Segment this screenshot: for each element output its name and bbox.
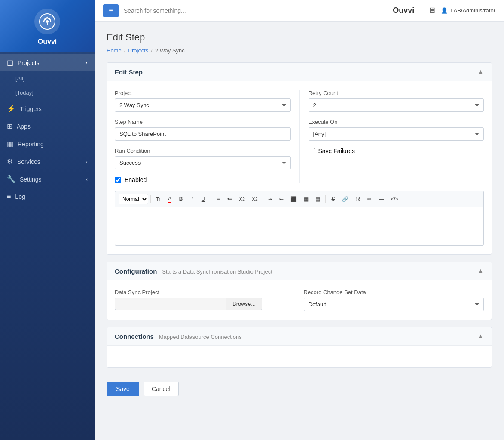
enabled-checkbox[interactable] [115,177,121,183]
menu-toggle-button[interactable]: ≡ [103,4,119,17]
execute-on-group: Execute On [Any] [309,119,484,141]
sidebar-item-label-triggers: Triggers [20,105,42,112]
sidebar-item-label-reporting: Reporting [18,141,44,148]
rte-body[interactable] [115,207,484,246]
retry-count-select[interactable]: 2 [309,98,484,112]
rte-indent-right-btn[interactable]: ⇥ [265,194,275,204]
hamburger-icon: ≡ [109,7,113,15]
sidebar-item-label-apps: Apps [17,123,31,130]
save-failures-label: Save Failures [318,148,355,154]
sidebar-item-label-projects: Projects [18,59,40,66]
rte-highlight-btn[interactable]: ✏ [364,194,375,204]
rte-indent-left-btn[interactable]: ⇤ [276,194,287,204]
project-group: Project 2 Way Sync [115,90,291,112]
project-label: Project [115,90,291,96]
rte-align-center-btn[interactable]: ▦ [301,194,312,204]
rte-strikethrough-btn[interactable]: S [328,194,338,204]
sidebar-item-reporting[interactable]: ▦ Reporting [0,135,95,153]
run-condition-group: Run Condition Success [115,148,291,169]
execute-on-label: Execute On [309,119,484,125]
step-name-input[interactable] [115,127,291,141]
rte-font-color-btn[interactable]: A [165,194,175,204]
connections-card-body [107,346,492,367]
rte-source-btn[interactable]: </> [388,194,401,204]
breadcrumb: Home / Projects / 2 Way Sync [107,47,492,54]
user-icon: 👤 [441,7,448,14]
configuration-grid: Data Sync Project Browse... Record Chang… [115,289,484,311]
rte-subscript-btn[interactable]: X2 [236,194,248,204]
sidebar-item-settings[interactable]: 🔧 Settings ‹ [0,170,95,188]
rte-unordered-list-btn[interactable]: •≡ [224,194,235,204]
rte-sep-1 [150,195,151,203]
rte-underline-btn[interactable]: U [198,194,208,204]
monitor-icon: 🖥 [428,6,436,15]
sidebar-nav: ◫ Projects ▾ [All] [Today] ⚡ Triggers ⊞ … [0,52,95,207]
breadcrumb-sep-2: / [151,47,153,54]
sidebar-item-services[interactable]: ⚙ Services ‹ [0,153,95,170]
triggers-icon: ⚡ [7,105,15,113]
retry-count-label: Retry Count [309,90,484,96]
user-name: LAB\Administrator [450,7,495,14]
breadcrumb-sep-1: / [124,47,126,54]
browse-button[interactable]: Browse... [226,298,262,310]
data-sync-project-input[interactable] [115,298,226,310]
svg-point-1 [46,20,49,23]
cancel-button[interactable]: Cancel [144,382,179,396]
breadcrumb-projects[interactable]: Projects [128,47,148,54]
record-change-label: Record Change Set Data [304,289,484,295]
services-icon: ⚙ [7,157,13,166]
edit-step-collapse-button[interactable]: ▲ [477,68,484,76]
project-select[interactable]: 2 Way Sync [115,98,291,112]
execute-on-select[interactable]: [Any] [309,127,484,141]
configuration-card: Configuration Starts a Data Synchronisat… [107,262,492,320]
edit-step-title: Edit Step [115,68,143,76]
action-bar: Save Cancel [107,375,492,398]
configuration-subtitle: Starts a Data Synchronisation Studio Pro… [162,268,272,275]
configuration-card-header: Configuration Starts a Data Synchronisat… [107,262,492,280]
sidebar-item-label-log: Log [15,193,25,200]
rte-sep-2 [211,195,211,203]
rte-align-right-btn[interactable]: ▤ [312,194,323,204]
sidebar-item-label-settings: Settings [20,176,42,183]
rte-hr-btn[interactable]: — [376,194,387,204]
retry-count-group: Retry Count 2 [309,90,484,112]
rte-link-btn[interactable]: 🔗 [339,194,351,204]
save-button[interactable]: Save [107,382,139,396]
connections-title: Connections [115,333,154,340]
rte-italic-btn[interactable]: I [187,194,197,204]
topbar-icons: 🖥 [428,6,436,15]
edit-step-card: Edit Step ▲ Project 2 Way Sync Ste [107,62,492,255]
run-condition-select[interactable]: Success [115,156,291,169]
connections-subtitle: Mapped Datasource Connections [159,334,242,340]
edit-step-card-header: Edit Step ▲ [107,63,492,81]
step-name-label: Step Name [115,119,291,125]
rte-unlink-btn[interactable]: ⛓ [352,194,363,204]
sidebar-item-projects[interactable]: ◫ Projects ▾ [0,54,95,71]
enabled-group: Enabled [115,176,291,183]
save-failures-group: Save Failures [309,148,484,154]
sidebar-item-log[interactable]: ≡ Log [0,188,95,205]
search-input[interactable] [124,7,388,14]
rte-bold-btn[interactable]: B [176,194,186,204]
log-icon: ≡ [7,193,11,200]
main-area: ≡ Ouvvi 🖥 👤 LAB\Administrator Edit Step … [95,0,504,440]
configuration-collapse-button[interactable]: ▲ [477,267,484,275]
record-change-select[interactable]: Default [304,298,484,311]
rte-align-left-btn[interactable]: ⬛ [287,194,300,204]
configuration-title: Configuration [115,268,157,275]
sidebar-sub-item-today[interactable]: [Today] [0,86,95,100]
projects-icon: ◫ [7,58,13,67]
sidebar-sub-item-all[interactable]: [All] [0,71,95,86]
form-left-column: Project 2 Way Sync Step Name Run Conditi… [115,90,299,183]
connections-collapse-button[interactable]: ▲ [477,332,484,340]
save-failures-checkbox[interactable] [309,148,315,154]
sidebar-item-label-services: Services [17,158,40,165]
sidebar-item-apps[interactable]: ⊞ Apps [0,117,95,135]
rte-superscript-btn[interactable]: X2 [249,194,261,204]
sidebar-item-triggers[interactable]: ⚡ Triggers [0,100,95,117]
rte-font-size-btn[interactable]: T↑ [153,194,164,204]
rte-format-select[interactable]: Normal [119,194,148,204]
rte-ordered-list-btn[interactable]: ≡ [213,194,223,204]
topbar: ≡ Ouvvi 🖥 👤 LAB\Administrator [95,0,504,22]
breadcrumb-home[interactable]: Home [107,47,122,54]
